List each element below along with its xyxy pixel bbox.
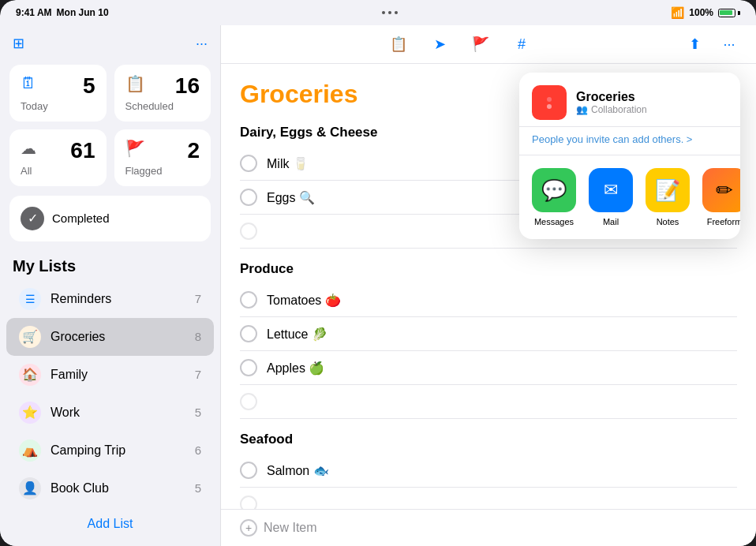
smart-list-flagged[interactable]: 🚩 2 Flagged — [114, 129, 211, 186]
mail-app-icon: ✉ — [589, 168, 633, 212]
list-item-camping[interactable]: ⛺ Camping Trip 6 — [6, 432, 214, 469]
scheduled-count: 16 — [175, 74, 200, 99]
all-label: All — [21, 165, 95, 177]
list-item-groceries[interactable]: 🛒 Groceries 8 — [6, 318, 214, 356]
item-salmon: Salmon 🐟 — [240, 454, 737, 488]
list-item-work[interactable]: ⭐ Work 5 — [6, 394, 214, 432]
toolbar-right: ⬆ ··· — [683, 33, 740, 55]
toolbar-center: 📋 ➤ 🚩 # — [387, 33, 533, 55]
flagged-label: Flagged — [125, 165, 200, 177]
work-icon: ⭐ — [19, 402, 41, 424]
flag-toolbar-icon[interactable]: 🚩 — [470, 33, 492, 55]
freeform-app-label: Freeform — [707, 217, 740, 226]
share-popover: Groceries 👥 Collaboration People you inv… — [519, 73, 740, 239]
scheduled-label: Scheduled — [125, 100, 200, 112]
groceries-count: 8 — [195, 330, 201, 343]
flagged-icon: 🚩 — [125, 139, 145, 158]
work-name: Work — [51, 406, 185, 420]
new-item-label[interactable]: New Item — [264, 521, 317, 535]
milk-checkbox[interactable] — [240, 155, 257, 172]
list-item-bookclub[interactable]: 👤 Book Club 5 — [6, 469, 214, 507]
sidebar-more-icon[interactable]: ··· — [196, 36, 208, 52]
share-apps: 💬 Messages ✉ Mail 📝 Notes ✏ — [519, 155, 740, 239]
status-bar: 9:41 AM Mon Jun 10 📶 100% — [0, 0, 756, 25]
location-icon[interactable]: ➤ — [429, 33, 451, 55]
share-app-messages[interactable]: 💬 Messages — [532, 168, 576, 226]
smart-lists: 🗓 5 Today 📋 16 Scheduled ☁ 61 — [0, 58, 220, 193]
hash-icon[interactable]: # — [511, 33, 533, 55]
camping-icon: ⛺ — [19, 439, 41, 462]
share-app-mail[interactable]: ✉ Mail — [589, 168, 633, 226]
family-name: Family — [51, 368, 185, 382]
lettuce-checkbox[interactable] — [240, 325, 257, 342]
seafood-add-row — [240, 488, 737, 509]
battery-percent: 100% — [689, 7, 713, 18]
share-app-notes[interactable]: 📝 Notes — [646, 168, 690, 226]
share-popover-subtitle: 👥 Collaboration — [576, 104, 647, 115]
item-apples: Apples 🍏 — [240, 351, 737, 385]
camping-count: 6 — [195, 443, 201, 457]
top-toolbar: 📋 ➤ 🚩 # ⬆ ··· — [221, 25, 756, 64]
reminders-count: 7 — [195, 292, 201, 305]
groceries-icon: 🛒 — [19, 326, 41, 348]
bookclub-name: Book Club — [51, 481, 185, 496]
main-content: 📋 ➤ 🚩 # ⬆ ··· Groceries Dairy, Eggs & Ch… — [221, 25, 756, 546]
flagged-count: 2 — [187, 139, 200, 163]
today-count: 5 — [83, 74, 95, 99]
item-tomatoes: Tomatoes 🍅 — [240, 283, 737, 317]
notes-app-icon: 📝 — [646, 168, 690, 212]
eggs-checkbox[interactable] — [240, 189, 257, 206]
bookclub-count: 5 — [195, 481, 201, 495]
center-dots — [382, 11, 398, 14]
scheduled-icon: 📋 — [125, 74, 145, 93]
produce-new-checkbox[interactable] — [240, 393, 257, 410]
completed-card[interactable]: ✓ Completed — [9, 196, 211, 241]
apples-checkbox[interactable] — [240, 359, 257, 376]
date: Mon Jun 10 — [57, 7, 109, 18]
share-popover-title: Groceries — [576, 90, 647, 104]
family-count: 7 — [195, 368, 201, 381]
list-item-family[interactable]: 🏠 Family 7 — [6, 356, 214, 394]
battery-icon — [718, 9, 740, 17]
tomatoes-text: Tomatoes 🍅 — [267, 293, 737, 308]
time: 9:41 AM — [16, 7, 52, 18]
notes-app-label: Notes — [657, 217, 679, 226]
salmon-text: Salmon 🐟 — [267, 463, 737, 478]
camera-icon[interactable]: 📋 — [387, 33, 410, 55]
mail-app-label: Mail — [603, 217, 619, 226]
seafood-new-checkbox[interactable] — [240, 496, 257, 509]
groceries-name: Groceries — [51, 330, 185, 344]
list-item-reminders[interactable]: ☰ Reminders 7 — [6, 280, 214, 318]
bookclub-icon: 👤 — [19, 477, 41, 499]
sidebar-toggle-icon[interactable]: ⊞ — [13, 35, 24, 52]
more-options-icon[interactable]: ··· — [718, 33, 740, 55]
add-list-button[interactable]: Add List — [0, 507, 220, 540]
section-produce: Produce — [240, 261, 737, 277]
all-count: 61 — [70, 139, 95, 163]
messages-app-icon: 💬 — [532, 168, 576, 212]
smart-list-scheduled[interactable]: 📋 16 Scheduled — [114, 65, 211, 122]
section-seafood: Seafood — [240, 432, 737, 447]
dairy-new-checkbox[interactable] — [240, 223, 257, 240]
collab-icon — [532, 85, 567, 120]
share-popover-hint[interactable]: People you invite can add others. > — [519, 127, 740, 155]
my-lists-header: My Lists — [0, 245, 220, 280]
salmon-checkbox[interactable] — [240, 462, 257, 479]
completed-label: Completed — [52, 211, 110, 225]
share-icon[interactable]: ⬆ — [683, 33, 705, 55]
all-icon: ☁ — [21, 139, 36, 158]
share-popover-header: Groceries 👥 Collaboration — [519, 73, 740, 127]
lettuce-text: Lettuce 🥬 — [267, 327, 737, 342]
smart-list-all[interactable]: ☁ 61 All — [9, 129, 107, 186]
tomatoes-checkbox[interactable] — [240, 291, 257, 309]
wifi-icon: 📶 — [671, 6, 684, 19]
sidebar-top-bar: ⊞ ··· — [0, 32, 220, 58]
reminders-name: Reminders — [51, 292, 185, 306]
work-count: 5 — [195, 406, 201, 419]
completed-icon: ✓ — [21, 207, 44, 230]
lists-container: ☰ Reminders 7 🛒 Groceries 8 🏠 Fam — [0, 280, 220, 507]
item-lettuce: Lettuce 🥬 — [240, 317, 737, 351]
add-item-plus-icon[interactable]: + — [240, 519, 257, 537]
smart-list-today[interactable]: 🗓 5 Today — [9, 65, 107, 122]
share-app-freeform[interactable]: ✏ Freeform — [702, 168, 740, 226]
